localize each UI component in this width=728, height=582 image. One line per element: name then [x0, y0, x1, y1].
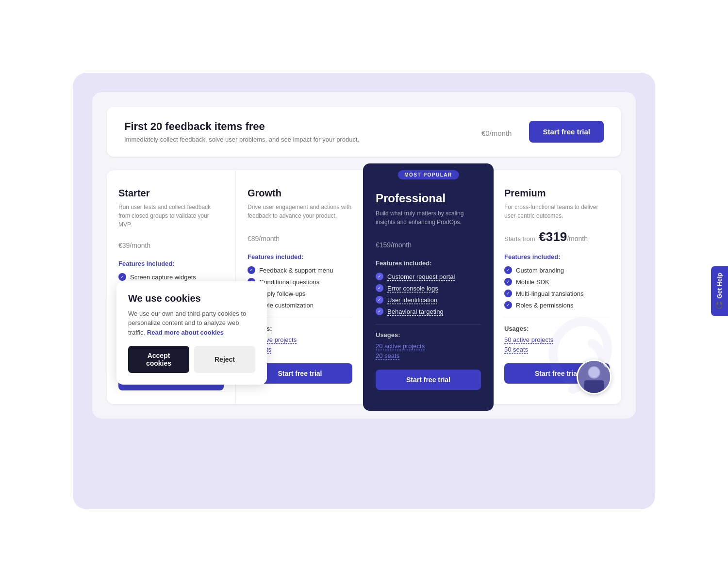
growth-plan-desc: Drive user engagement and actions with f… — [248, 203, 352, 222]
list-item: ✓Customer request portal — [376, 273, 481, 280]
outer-background: First 20 feedback items free Immediately… — [73, 73, 655, 509]
cookie-text: We use our own and third-party cookies t… — [128, 309, 255, 338]
get-help-label: Get Help — [716, 273, 723, 298]
most-popular-badge: MOST POPULAR — [397, 170, 459, 179]
check-icon: ✓ — [376, 273, 383, 280]
growth-plan-name: Growth — [248, 188, 352, 199]
list-item: ✓Roles & permissions — [504, 301, 610, 309]
check-icon: ✓ — [376, 307, 383, 315]
premium-usages-label: Usages: — [504, 325, 610, 332]
starter-plan-price: €39/month — [118, 236, 224, 251]
list-item: ✓User identification — [376, 296, 481, 304]
check-icon: ✓ — [504, 290, 512, 297]
free-tier-description: Immediately collect feedback, solve user… — [124, 136, 359, 143]
list-item: ✓Mobile SDK — [504, 278, 610, 286]
accept-cookies-button[interactable]: Accept cookies — [128, 346, 189, 373]
free-tier-banner: First 20 feedback items free Immediately… — [107, 107, 621, 157]
free-tier-info: First 20 feedback items free Immediately… — [124, 120, 359, 143]
premium-plan-desc: For cross-functional teams to deliver us… — [504, 203, 610, 222]
plan-card-premium: Premium For cross-functional teams to de… — [493, 170, 621, 404]
list-item: ✓Error console logs — [376, 284, 481, 292]
starter-features-label: Features included: — [118, 260, 224, 267]
check-icon: ✓ — [118, 273, 126, 281]
get-help-button[interactable]: 🎧 Get Help — [711, 266, 728, 316]
premium-usage-projects[interactable]: 50 active projects — [504, 336, 610, 343]
professional-feature-list: ✓Customer request portal ✓Error console … — [376, 273, 481, 315]
professional-plan-name: Professional — [376, 192, 481, 205]
cookie-buttons: Accept cookies Reject — [128, 346, 255, 373]
free-tier-cta-button[interactable]: Start free trial — [529, 121, 604, 143]
divider — [504, 318, 610, 318]
professional-usage-seats[interactable]: 20 seats — [376, 352, 481, 359]
professional-usages-label: Usages: — [376, 331, 481, 339]
cookie-read-more-link[interactable]: Read more about cookies — [147, 329, 224, 336]
reject-cookies-button[interactable]: Reject — [194, 346, 255, 373]
avatar — [577, 359, 612, 394]
list-item: ✓Custom branding — [504, 266, 610, 274]
check-icon: ✓ — [504, 278, 512, 286]
cookie-banner: We use cookies We use our own and third-… — [116, 281, 267, 385]
growth-features-label: Features included: — [248, 253, 352, 260]
check-icon: ✓ — [376, 296, 383, 304]
professional-plan-price: €159/month — [376, 235, 481, 251]
professional-features-label: Features included: — [376, 259, 481, 267]
free-tier-pricing: €0/month Start free trial — [481, 121, 604, 143]
starter-plan-desc: Run user tests and collect feedback from… — [118, 203, 224, 229]
premium-plan-price: Starts from €319/month — [504, 229, 610, 244]
divider — [376, 324, 481, 324]
professional-cta-button[interactable]: Start free trial — [376, 370, 481, 390]
svg-point-3 — [589, 367, 599, 378]
svg-rect-4 — [584, 380, 604, 393]
premium-plan-name: Premium — [504, 188, 610, 199]
inner-card: First 20 feedback items free Immediately… — [92, 92, 636, 419]
list-item: ✓Behavioral targeting — [376, 307, 481, 315]
check-icon: ✓ — [376, 284, 383, 292]
free-tier-price: €0/month — [481, 124, 512, 139]
professional-plan-desc: Build what truly matters by scaling insi… — [376, 209, 481, 228]
check-icon: ✓ — [504, 301, 512, 309]
premium-features-label: Features included: — [504, 253, 610, 260]
list-item: ✓Screen capture widgets — [118, 273, 224, 281]
check-icon: ✓ — [504, 266, 512, 274]
help-icon: 🎧 — [716, 302, 723, 309]
starter-plan-name: Starter — [118, 188, 224, 199]
plan-card-professional: MOST POPULAR Professional Build what tru… — [363, 163, 494, 411]
growth-plan-price: €89/month — [248, 229, 352, 244]
premium-feature-list: ✓Custom branding ✓Mobile SDK ✓Multi-ling… — [504, 266, 610, 309]
premium-usage-seats[interactable]: 50 seats — [504, 346, 610, 353]
avatar-image — [578, 361, 610, 393]
list-item: ✓Feedback & support menu — [248, 266, 352, 274]
free-tier-title: First 20 feedback items free — [124, 120, 359, 133]
check-icon: ✓ — [248, 266, 255, 274]
cookie-title: We use cookies — [128, 293, 255, 304]
professional-usage-projects[interactable]: 20 active projects — [376, 342, 481, 350]
list-item: ✓Multi-lingual translations — [504, 290, 610, 297]
